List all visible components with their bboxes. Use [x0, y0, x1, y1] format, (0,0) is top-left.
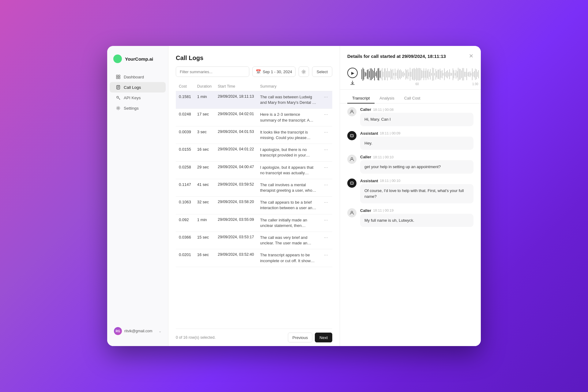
sidebar-item-settings-label: Settings — [124, 106, 139, 111]
waveform-bar — [477, 72, 478, 77]
waveform-bar — [373, 71, 374, 78]
user-email: ritvik@gmail.com — [124, 329, 156, 333]
avatar: RG — [114, 327, 122, 335]
cell-start-time: 29/09/2024, 18:11:13 — [215, 91, 257, 109]
waveform-bar — [425, 71, 425, 78]
cell-more[interactable]: ··· — [320, 214, 332, 232]
svg-rect-20 — [350, 182, 353, 184]
sidebar-item-api-keys[interactable]: API Keys — [110, 92, 166, 103]
more-button[interactable]: ··· — [323, 112, 329, 117]
waveform-bar — [449, 69, 450, 79]
sidebar-item-settings[interactable]: Settings — [110, 103, 166, 113]
cell-cost: 0.1581 — [176, 91, 194, 109]
table-row[interactable]: 0.092 1 min 29/09/2024, 03:55:09 The cal… — [176, 214, 332, 232]
transcript-body: Caller 18:11 | 00:19 My full name is uh,… — [360, 208, 473, 227]
settings-button[interactable] — [299, 66, 309, 77]
waveform-bar — [473, 72, 473, 77]
table-row[interactable]: 0.0366 15 sec 29/09/2024, 03:53:17 The c… — [176, 232, 332, 249]
audio-player: ▶ 60 1 — [340, 64, 481, 90]
cell-more[interactable]: ··· — [320, 197, 332, 214]
tab-analysis[interactable]: Analysis — [375, 93, 399, 104]
sidebar-item-call-logs[interactable]: Call Logs — [110, 82, 166, 92]
download-button[interactable] — [350, 80, 355, 85]
transcript-avatar — [347, 155, 356, 164]
waveform-bar — [461, 70, 462, 78]
sidebar-item-dashboard[interactable]: Dashboard — [110, 72, 166, 82]
transcript-text: My full name is uh, Lutwyck. — [364, 218, 414, 223]
waveform-bar — [419, 68, 420, 81]
transcript-card: Hi, Mary. Can I — [360, 113, 473, 126]
more-button[interactable]: ··· — [323, 147, 329, 153]
cell-duration: 29 sec — [194, 161, 215, 179]
cell-more[interactable]: ··· — [320, 249, 332, 267]
table-row[interactable]: 0.1581 1 min 29/09/2024, 18:11:13 The ca… — [176, 91, 332, 109]
waveform-bar — [418, 68, 419, 81]
table-row[interactable]: 0.0155 16 sec 29/09/2024, 04:01:22 I apo… — [176, 144, 332, 161]
tab-transcript[interactable]: Transcript — [347, 93, 375, 104]
more-button[interactable]: ··· — [323, 94, 329, 100]
cell-more[interactable]: ··· — [320, 161, 332, 179]
table-row[interactable]: 0.1063 32 sec 29/09/2024, 03:58:20 The c… — [176, 197, 332, 214]
table-row[interactable]: 0.1147 41 sec 29/09/2024, 03:59:52 The c… — [176, 179, 332, 196]
detail-tabs: Transcript Analysis Call Cost — [340, 93, 481, 104]
waveform-bar — [472, 68, 473, 80]
transcript-text: Hey. — [364, 141, 372, 145]
cell-duration: 41 sec — [194, 179, 215, 196]
more-button[interactable]: ··· — [323, 200, 329, 205]
filter-input[interactable] — [176, 66, 249, 77]
waveform-bars — [361, 67, 479, 81]
cell-more[interactable]: ··· — [320, 126, 332, 144]
play-button[interactable]: ▶ — [347, 68, 358, 78]
transcript-body: Assistant 18:11 | 00:10 Of course, I'd l… — [360, 179, 473, 203]
more-button[interactable]: ··· — [323, 252, 329, 258]
table-row[interactable]: 0.0258 29 sec 29/09/2024, 04:00:47 I apo… — [176, 161, 332, 179]
more-button[interactable]: ··· — [323, 217, 329, 223]
cell-more[interactable]: ··· — [320, 144, 332, 161]
table-container[interactable]: Cost Duration Start Time Summary 0.1581 … — [176, 82, 332, 329]
waveform-bar — [447, 70, 448, 78]
cell-cost: 0.1147 — [176, 179, 194, 196]
table-row[interactable]: 0.0248 17 sec 29/09/2024, 04:02:01 Here … — [176, 109, 332, 126]
waveform-bar — [408, 69, 408, 79]
cell-summary: Here is a 2-3 sentence summary of the tr… — [257, 109, 319, 126]
waveform-bar — [464, 72, 465, 77]
cell-start-time: 29/09/2024, 04:00:47 — [215, 161, 257, 179]
transcript-role: Assistant — [360, 131, 378, 136]
more-button[interactable]: ··· — [323, 182, 329, 188]
waveform-bar — [423, 71, 423, 78]
svg-point-13 — [303, 71, 304, 73]
waveform-bar — [401, 70, 402, 78]
user-row[interactable]: RG ritvik@gmail.com ⌄ — [111, 325, 164, 337]
more-button[interactable]: ··· — [323, 165, 329, 170]
tab-call-cost[interactable]: Call Cost — [399, 93, 425, 104]
cell-cost: 0.0201 — [176, 249, 194, 267]
chevron-icon: ⌄ — [159, 329, 161, 333]
close-button[interactable]: ✕ — [469, 53, 473, 59]
cell-more[interactable]: ··· — [320, 179, 332, 196]
date-picker[interactable]: 📅 Sep 1 - 30, 2024 — [252, 66, 296, 77]
cell-more[interactable]: ··· — [320, 232, 332, 249]
calendar-icon: 📅 — [256, 69, 261, 74]
cell-more[interactable]: ··· — [320, 91, 332, 109]
next-button[interactable]: Next — [315, 333, 332, 342]
more-button[interactable]: ··· — [323, 235, 329, 240]
waveform-bar — [376, 71, 377, 77]
previous-button[interactable]: Previous — [288, 333, 313, 342]
cell-more[interactable]: ··· — [320, 109, 332, 126]
table-row[interactable]: 0.0039 3 sec 29/09/2024, 04:01:53 It loo… — [176, 126, 332, 144]
cell-duration: 1 min — [194, 214, 215, 232]
waveform-bar — [395, 69, 395, 80]
table-row[interactable]: 0.0201 16 sec 29/09/2024, 03:52:40 The t… — [176, 249, 332, 267]
cell-cost: 0.0039 — [176, 126, 194, 144]
select-button[interactable]: Select — [312, 66, 332, 77]
waveform-bar — [458, 68, 458, 81]
svg-point-21 — [351, 183, 352, 183]
more-button[interactable]: ··· — [323, 130, 329, 135]
waveform-bar — [405, 69, 406, 80]
cell-duration: 1 min — [194, 91, 215, 109]
waveform-bar — [433, 68, 434, 81]
cell-cost: 0.0248 — [176, 109, 194, 126]
col-duration: Duration — [194, 82, 215, 91]
waveform-bar — [454, 70, 454, 78]
waveform-bar — [363, 68, 363, 81]
